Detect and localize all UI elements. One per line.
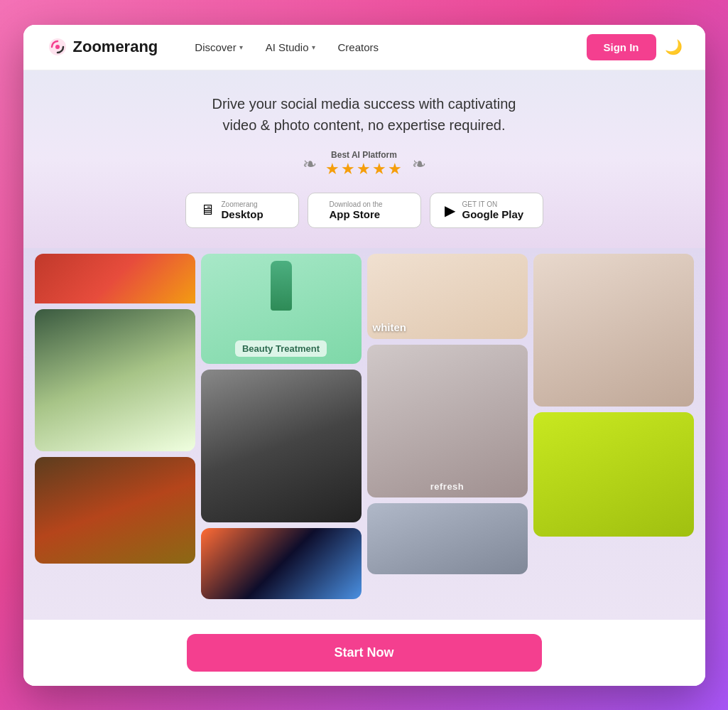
discover-chevron: ▾: [239, 43, 243, 51]
main-window: Zoomerang Discover ▾ AI Studio ▾ Creator…: [23, 25, 705, 686]
download-buttons: 🖥 Zoomerang Desktop Download on the App …: [52, 193, 677, 228]
gallery-img-pose: refresh: [367, 345, 528, 497]
googleplay-icon: ▶: [445, 202, 455, 219]
gallery-grid: Beauty Treatment whiten refresh: [35, 254, 694, 620]
gallery-img-lips: whiten: [367, 254, 528, 339]
gallery-img-horse-woman: [201, 370, 362, 522]
gallery-img-superhero: [35, 254, 195, 303]
gallery-col-3: whiten refresh: [367, 254, 528, 620]
badge-container: ❧ Best AI Platform ★★★★★ ❧: [52, 150, 677, 178]
gallery-section: Beauty Treatment whiten refresh: [23, 248, 705, 620]
svg-point-0: [55, 45, 60, 49]
cta-section: Start Now: [23, 620, 705, 686]
desktop-icon: 🖥: [200, 202, 214, 218]
gallery-col-1: [35, 254, 195, 620]
nav-links: Discover ▾ AI Studio ▾ Creators: [186, 36, 387, 59]
desktop-download-button[interactable]: 🖥 Zoomerang Desktop: [185, 193, 299, 228]
appstore-download-button[interactable]: Download on the App Store: [308, 193, 421, 228]
beauty-label: Beauty Treatment: [235, 340, 327, 357]
gallery-img-redhead: [533, 254, 694, 407]
nav-discover[interactable]: Discover ▾: [186, 36, 251, 59]
hero-tagline: Drive your social media success with cap…: [52, 93, 677, 136]
sign-in-button[interactable]: Sign In: [587, 34, 656, 60]
badge-stars: ★★★★★: [325, 160, 403, 178]
refresh-label: refresh: [430, 481, 464, 492]
gallery-img-boy: [367, 503, 528, 574]
badge-title: Best AI Platform: [325, 150, 403, 160]
nav-creators[interactable]: Creators: [330, 36, 388, 59]
gallery-img-beauty: Beauty Treatment: [201, 254, 362, 364]
logo[interactable]: Zoomerang: [46, 36, 158, 58]
brand-name: Zoomerang: [73, 38, 158, 56]
gallery-col-2: Beauty Treatment: [201, 254, 362, 620]
gallery-img-wonder-woman: [35, 457, 195, 564]
start-now-button[interactable]: Start Now: [187, 634, 542, 672]
award-badge: ❧ Best AI Platform ★★★★★ ❧: [303, 150, 426, 178]
gallery-img-colorful-woman: [533, 412, 694, 537]
theme-toggle-button[interactable]: 🌙: [665, 38, 683, 55]
laurel-left: ❧: [303, 154, 317, 174]
nav-ai-studio[interactable]: AI Studio ▾: [257, 36, 324, 59]
hero-section: Drive your social media success with cap…: [23, 70, 705, 248]
laurel-right: ❧: [412, 154, 426, 174]
gallery-img-flower: [35, 309, 195, 451]
whiten-label: whiten: [373, 321, 407, 333]
gallery-col-4: [533, 254, 694, 620]
ai-studio-chevron: ▾: [312, 43, 315, 51]
navbar: Zoomerang Discover ▾ AI Studio ▾ Creator…: [23, 25, 705, 70]
gallery-img-fantasy: [201, 528, 362, 599]
beauty-bottle-icon: [271, 261, 292, 311]
googleplay-download-button[interactable]: ▶ GET IT ON Google Play: [430, 193, 543, 228]
